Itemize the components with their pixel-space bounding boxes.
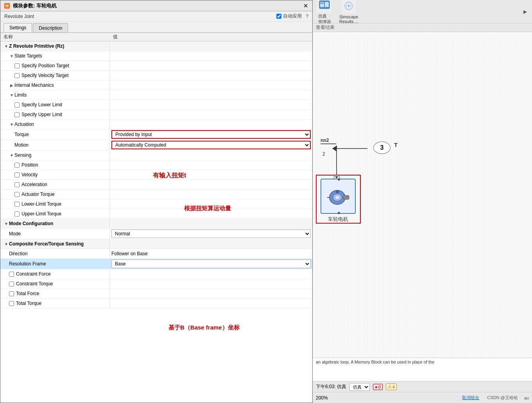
svg-rect-15 — [343, 195, 349, 199]
resolution-frame-label: Resolution Frame — [0, 259, 110, 269]
internal-mech-expander[interactable]: ▶ — [9, 83, 14, 88]
actuation-expander[interactable]: ▼ — [9, 122, 14, 127]
resolution-frame-value-cell: Base Follower — [110, 259, 312, 269]
svg-text:M: M — [5, 4, 9, 8]
limits-label: ▼ Limits — [0, 90, 110, 100]
dialog-content: 名称 值 ▼ Z Revolute Primitive (Rz) ▼ State… — [0, 33, 312, 403]
port-dot-top — [338, 178, 340, 181]
specify-vel-label: Specify Velocity Target — [0, 71, 110, 80]
toolbar-expand-button[interactable]: ▶ — [521, 8, 529, 16]
right-toolbar: 仿真管理器 SimscapeResults ... ▶ — [313, 0, 532, 23]
tree-row-z-revolute: ▼ Z Revolute Primitive (Rz) — [0, 41, 312, 51]
velocity-checkbox[interactable] — [14, 172, 20, 177]
tree-row-resolution-frame: Resolution Frame Base Follower — [0, 259, 312, 269]
total-force-checkbox[interactable] — [9, 291, 14, 296]
dialog-title: 模块参数: 车轮电机 — [13, 2, 57, 9]
torque-dropdown-container: Provided by Input Automatically Computed… — [111, 130, 311, 139]
tree-row-mode: Mode Normal Disengaged — [0, 229, 312, 239]
composite-ft-expander[interactable]: ▼ — [4, 242, 9, 246]
number-block-3: 3 — [373, 141, 390, 154]
port-dot-bottom — [338, 212, 340, 214]
sim-manager-icon — [317, 0, 331, 13]
sensing-label: ▼ Sensing — [0, 150, 110, 160]
direction-value: Follower on Base — [110, 250, 312, 257]
lower-limit-checkbox[interactable] — [14, 102, 20, 107]
svg-rect-5 — [321, 3, 322, 4]
motion-label: Motion — [0, 140, 110, 150]
link-cancel[interactable]: 取消组合 — [462, 395, 479, 401]
annotation-motion: 根据扭矩算运动量 — [184, 205, 231, 212]
tree-row-position: Position — [0, 160, 312, 170]
tree-row-constraint-torque: Constraint Torque — [0, 279, 312, 289]
close-button[interactable]: ✕ — [302, 2, 309, 9]
tree-row-actuation: ▼ Actuation — [0, 120, 312, 129]
z-revolute-expander[interactable]: ▼ — [4, 44, 9, 48]
upper-limit-torque-checkbox[interactable] — [14, 211, 20, 217]
auto-apply-checkbox[interactable] — [276, 14, 281, 19]
bottom-bar: 200% 取消组合 CSDN @王哈哈 au — [313, 392, 532, 403]
motor-block[interactable] — [321, 179, 356, 214]
table-header: 名称 值 — [0, 33, 312, 41]
log-text: an algebraic loop. A Memory Block can be… — [316, 360, 434, 364]
resolution-frame-dropdown[interactable]: Base Follower — [111, 260, 311, 268]
motion-dropdown-container: Automatically Computed Provided by Input — [111, 141, 311, 149]
actuation-label: ▼ Actuation — [0, 120, 110, 129]
status-mode-dropdown[interactable]: 仿真 — [349, 383, 370, 391]
sensing-expander[interactable]: ▼ — [9, 153, 14, 158]
torque-dropdown[interactable]: Provided by Input Automatically Computed… — [111, 130, 311, 139]
constraint-torque-checkbox[interactable] — [9, 281, 14, 287]
error-badge: ● 0 — [373, 384, 383, 390]
warn-count: 4 — [392, 385, 395, 389]
upper-limit-checkbox[interactable] — [14, 112, 20, 117]
total-torque-checkbox[interactable] — [9, 301, 14, 306]
status-time: 下午6:03: 仿真 — [316, 383, 346, 390]
tree-row-direction: Direction Follower on Base — [0, 249, 312, 259]
bottom-right-label: au — [524, 396, 529, 400]
constraint-force-checkbox[interactable] — [9, 272, 14, 277]
simscape-results-button[interactable]: SimscapeResults ... — [338, 0, 360, 25]
tree-row-torque: Torque Provided by Input Automatically C… — [0, 129, 312, 140]
tab-settings[interactable]: Settings — [4, 23, 32, 32]
direction-label: Direction — [0, 249, 110, 258]
warn-icon: ⚠ — [388, 384, 392, 389]
col-name-header: 名称 — [4, 34, 113, 40]
dialog-icon: M — [4, 2, 11, 9]
lower-limit-torque-checkbox[interactable] — [14, 202, 20, 207]
tab-description[interactable]: Description — [33, 23, 68, 32]
tree-row-constraint-force: Constraint Force — [0, 269, 312, 279]
position-checkbox[interactable] — [14, 163, 20, 168]
simulink-canvas[interactable]: nn2 2 3 T — [313, 32, 532, 358]
actuator-torque-checkbox[interactable] — [14, 192, 20, 197]
t-label: T — [394, 141, 398, 148]
tree-row-specify-pos: Specify Position Target — [0, 61, 312, 71]
status-bar: 下午6:03: 仿真 仿真 ● 0 ⚠ 4 — [313, 381, 532, 392]
upper-limit-label: Specify Upper Limit — [0, 110, 110, 119]
tree-row-upper-limit-torque: Upper-Limit Torque — [0, 209, 312, 219]
dialog-titlebar: M 模块参数: 车轮电机 ✕ — [0, 0, 312, 11]
tree-row-specify-vel: Specify Velocity Target — [0, 71, 312, 81]
tree-row-actuator-torque: Actuator Torque — [0, 190, 312, 199]
state-targets-label: ▼ State Targets — [0, 51, 110, 61]
acceleration-checkbox[interactable] — [14, 182, 20, 187]
zoom-label: 200% — [316, 395, 328, 401]
specify-pos-label: Specify Position Target — [0, 61, 110, 70]
view-results-label: 查看结果 — [313, 23, 532, 32]
auto-apply-label: 自动应用 — [283, 13, 302, 20]
motion-value-cell: Automatically Computed Provided by Input — [110, 140, 312, 150]
specify-vel-checkbox[interactable] — [14, 73, 20, 78]
specify-pos-checkbox[interactable] — [14, 63, 20, 68]
mode-config-expander[interactable]: ▼ — [4, 222, 9, 226]
help-button[interactable]: ? — [306, 14, 308, 19]
mode-dropdown[interactable]: Normal Disengaged — [111, 229, 311, 238]
dialog-panel: M 模块参数: 车轮电机 ✕ Revolute Joint 自动应用 ? Set… — [0, 0, 313, 403]
torque-value-cell: Provided by Input Automatically Computed… — [110, 129, 312, 140]
limits-expander[interactable]: ▼ — [9, 93, 14, 97]
error-count: 0 — [378, 385, 381, 389]
node-nn2-port — [321, 143, 336, 144]
dialog-subtitle-bar: Revolute Joint 自动应用 ? — [0, 11, 312, 21]
tree-row-acceleration: Acceleration — [0, 180, 312, 190]
motion-dropdown[interactable]: Automatically Computed Provided by Input — [111, 141, 311, 149]
state-targets-expander[interactable]: ▼ — [9, 54, 14, 58]
dialog-tabs: Settings Description — [0, 21, 312, 33]
sim-manager-button[interactable]: 仿真管理器 — [316, 0, 333, 27]
